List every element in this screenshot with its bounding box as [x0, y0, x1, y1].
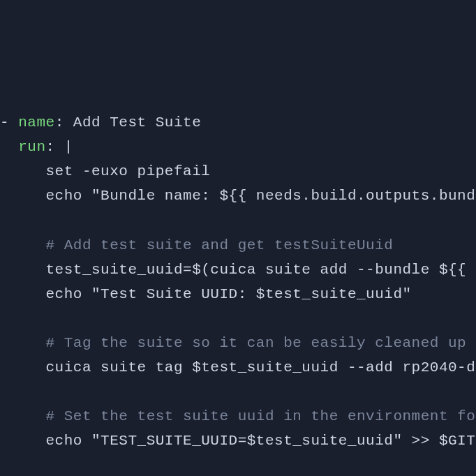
- dash: -: [0, 114, 18, 131]
- name-value: : Add Test Suite: [55, 114, 202, 131]
- code-line: echo "TEST_SUITE_UUID=$test_suite_uuid" …: [0, 433, 476, 449]
- code-line: cuica suite tag $test_suite_uuid --add r…: [0, 359, 476, 375]
- comment-line: # Set the test suite uuid in the environ…: [0, 408, 476, 424]
- yaml-line: - name: Add Test Suite: [0, 114, 201, 131]
- yaml-line: run: |: [0, 139, 73, 155]
- code-line: echo "Bundle name: ${{ needs.build.outpu…: [0, 188, 476, 204]
- comment-line: # Add test suite and get testSuiteUuid: [0, 237, 393, 253]
- code-block: - name: Add Test Suite run: | set -euxo …: [0, 110, 476, 476]
- code-line: test_suite_uuid=$(cuica suite add --bund…: [0, 262, 476, 278]
- run-value: : |: [46, 139, 73, 155]
- comment-line: # Tag the suite so it can be easily clea…: [0, 335, 466, 351]
- name-key: name: [18, 114, 54, 131]
- run-key: run: [18, 139, 45, 155]
- code-line: set -euxo pipefail: [0, 163, 210, 179]
- code-line: echo "Test Suite UUID: $test_suite_uuid": [0, 286, 412, 302]
